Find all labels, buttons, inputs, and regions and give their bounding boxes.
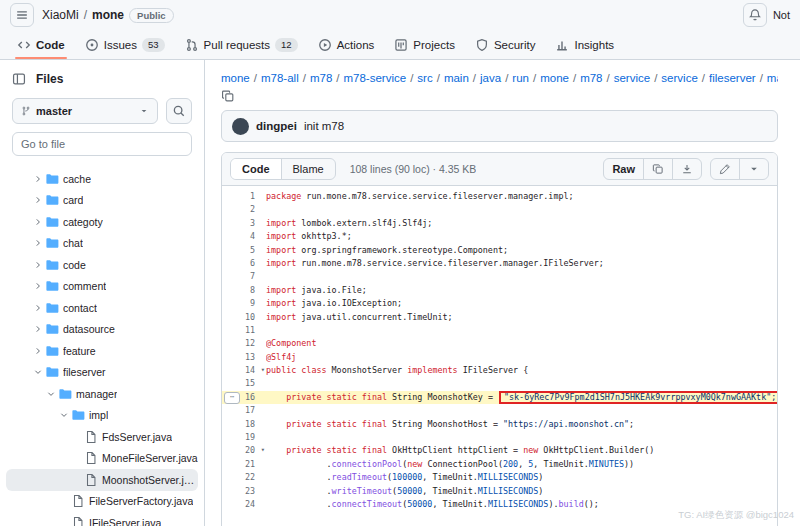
line-number[interactable]: 13 <box>222 351 266 364</box>
tab-security[interactable]: Security <box>466 30 545 59</box>
breadcrumb-segment[interactable]: java <box>480 72 501 84</box>
tree-item-label: contact <box>63 302 97 314</box>
tab-code-view[interactable]: Code <box>231 159 282 179</box>
tab-insights[interactable]: Insights <box>546 30 623 59</box>
download-button[interactable] <box>673 159 701 179</box>
code-line-text: import okhttp3.*; <box>266 230 777 243</box>
line-number[interactable]: 15 <box>222 377 266 390</box>
line-number[interactable]: 14▾ <box>222 364 266 377</box>
tree-item-label: MoonshotServer.java <box>102 474 198 486</box>
tab-projects[interactable]: Projects <box>385 30 464 59</box>
edit-file-button[interactable] <box>711 159 740 179</box>
line-number[interactable]: 1 <box>222 190 266 203</box>
repo-name-link[interactable]: mone <box>92 8 124 22</box>
tree-item-cache[interactable]: cache <box>6 168 198 190</box>
header-right: Not <box>743 3 790 27</box>
line-number[interactable]: 22 <box>222 471 266 484</box>
line-number[interactable]: 7 <box>222 270 266 283</box>
breadcrumb-segment[interactable]: m78-all <box>261 72 299 84</box>
copy-path-button[interactable] <box>221 89 235 103</box>
line-number[interactable]: 2 <box>222 203 266 216</box>
tree-item-label: impl <box>89 409 108 421</box>
breadcrumb-segment[interactable]: main <box>444 72 469 84</box>
breadcrumb-segment[interactable]: service <box>614 72 650 84</box>
breadcrumb-segment[interactable]: m78 <box>310 72 332 84</box>
copy-file-button[interactable] <box>644 159 673 179</box>
code-line-11: 11 <box>222 324 777 337</box>
breadcrumb-segment[interactable]: mone <box>221 72 250 84</box>
tree-item-FdsServer.java[interactable]: FdsServer.java <box>6 426 198 448</box>
tree-item-manager[interactable]: manager <box>6 383 198 405</box>
breadcrumb-segment[interactable]: m78-service <box>343 72 406 84</box>
tab-blame-view[interactable]: Blame <box>282 159 335 179</box>
tree-item-code[interactable]: code <box>6 254 198 276</box>
tree-item-comment[interactable]: comment <box>6 276 198 298</box>
tree-item-chat[interactable]: chat <box>6 233 198 255</box>
notifications-button[interactable] <box>743 3 767 27</box>
tree-item-label: code <box>63 259 86 271</box>
tree-item-feature[interactable]: feature <box>6 340 198 362</box>
line-number[interactable]: 19 <box>222 431 266 444</box>
line-number[interactable]: 17 <box>222 404 266 417</box>
edit-options-button[interactable] <box>740 159 768 179</box>
hamburger-menu-button[interactable] <box>10 3 34 27</box>
fold-toggle-icon[interactable]: ▾ <box>261 364 265 377</box>
breadcrumb-segment[interactable]: fileserver <box>709 72 756 84</box>
tree-item-FileServerFactory.java[interactable]: FileServerFactory.java <box>6 491 198 513</box>
breadcrumb-segment[interactable]: m78 <box>580 72 602 84</box>
branch-selector[interactable]: master <box>12 98 158 124</box>
fold-toggle-icon[interactable]: ▾ <box>261 444 265 457</box>
code-line-text: private static final OkHttpClient httpCl… <box>266 444 777 457</box>
line-number[interactable]: 9 <box>222 297 266 310</box>
commit-message[interactable]: init m78 <box>304 120 344 132</box>
line-number[interactable]: 8 <box>222 284 266 297</box>
line-number[interactable]: 10 <box>222 311 266 324</box>
commit-author[interactable]: dingpei <box>256 120 297 132</box>
tree-item-categoty[interactable]: categoty <box>6 211 198 233</box>
folder-icon <box>45 172 59 186</box>
code-line-text: import java.io.IOException; <box>266 297 777 310</box>
line-number[interactable]: 24 <box>222 498 266 511</box>
line-number[interactable]: 21 <box>222 458 266 471</box>
tab-code[interactable]: Code <box>8 30 74 59</box>
tree-item-IFileServer.java[interactable]: IFileServer.java <box>6 512 198 526</box>
line-number[interactable]: 20▾ <box>222 444 266 457</box>
tab-count: 12 <box>275 38 298 52</box>
line-number[interactable]: 23 <box>222 485 266 498</box>
tree-item-impl[interactable]: impl <box>6 405 198 427</box>
repo-owner-link[interactable]: XiaoMi <box>42 8 79 22</box>
commit-author-avatar[interactable] <box>232 118 249 135</box>
tree-item-label: FdsServer.java <box>102 431 172 443</box>
search-files-button[interactable] <box>166 98 192 124</box>
tree-item-datasource[interactable]: datasource <box>6 319 198 341</box>
tree-item-fileserver[interactable]: fileserver <box>6 362 198 384</box>
tab-actions[interactable]: Actions <box>309 30 384 59</box>
breadcrumb-segment[interactable]: src <box>417 72 432 84</box>
line-number[interactable]: 11 <box>222 324 266 337</box>
line-number[interactable]: 3 <box>222 217 266 230</box>
breadcrumb-segment[interactable]: run <box>512 72 529 84</box>
tree-item-card[interactable]: card <box>6 190 198 212</box>
line-number[interactable]: 6 <box>222 257 266 270</box>
go-to-file-input[interactable] <box>12 132 192 156</box>
raw-button[interactable]: Raw <box>604 159 644 179</box>
tree-item-contact[interactable]: contact <box>6 297 198 319</box>
code-line-14: 14▾public class MoonshotServer implement… <box>222 364 777 377</box>
breadcrumb-segment[interactable]: mana <box>767 72 778 84</box>
line-number[interactable]: 5 <box>222 244 266 257</box>
line-number[interactable]: 12 <box>222 337 266 350</box>
breadcrumb-segment[interactable]: mone <box>540 72 569 84</box>
chevron-right-icon <box>33 346 43 356</box>
tree-item-MoneFileServer.java[interactable]: MoneFileServer.java <box>6 448 198 470</box>
collapse-sidebar-button[interactable] <box>12 72 26 86</box>
line-number[interactable]: 4 <box>222 230 266 243</box>
tab-pull-requests[interactable]: Pull requests12 <box>176 30 307 59</box>
line-annotation-button[interactable]: ⋯ <box>224 392 240 404</box>
breadcrumb-segment[interactable]: service <box>661 72 697 84</box>
breadcrumb-separator: / <box>437 72 440 84</box>
tree-item-MoonshotServer.java[interactable]: MoonshotServer.java <box>6 469 198 491</box>
line-number[interactable]: 18 <box>222 418 266 431</box>
chevron-down-icon <box>33 367 43 377</box>
tab-count: 53 <box>142 38 165 52</box>
tab-issues[interactable]: Issues53 <box>76 30 174 59</box>
